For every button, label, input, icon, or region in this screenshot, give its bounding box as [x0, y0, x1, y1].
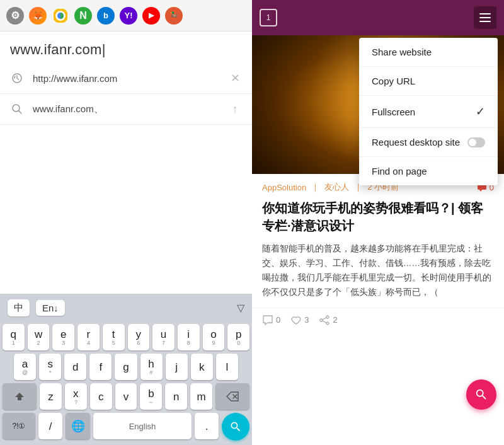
article-author: 友心人 — [324, 182, 349, 193]
key-b[interactable]: b～ — [140, 383, 162, 410]
url-input[interactable]: www.ifanr.com — [10, 42, 242, 58]
chrome-icon[interactable] — [52, 7, 69, 25]
key-d[interactable]: d — [64, 354, 86, 380]
key-x[interactable]: x？ — [65, 383, 87, 410]
key-v[interactable]: v — [115, 383, 137, 410]
key-j[interactable]: j — [166, 354, 188, 380]
left-panel: ⚙ 🦊 N b Y! ▶ 🦆 www.ifanr.com http://www.… — [0, 0, 252, 445]
menu-button[interactable] — [474, 6, 496, 29]
suggestions-list: http://www.ifanr.com ✕ www.ifanr.com、 ↑ — [0, 63, 252, 125]
num-key[interactable]: ?!① — [3, 413, 35, 439]
period-key[interactable]: . — [195, 413, 219, 439]
key-i[interactable]: i8 — [178, 324, 200, 350]
keyboard-collapse-btn[interactable]: ▽ — [237, 302, 244, 314]
key-w[interactable]: w2 — [28, 324, 50, 350]
tab-count-indicator[interactable]: 1 — [260, 9, 277, 26]
shift-key[interactable] — [3, 383, 37, 410]
browser-header: 1 — [252, 0, 504, 35]
svg-line-12 — [323, 321, 326, 323]
key-k[interactable]: k — [191, 354, 213, 380]
backspace-key[interactable] — [215, 383, 249, 410]
search-key[interactable] — [222, 413, 249, 441]
suggestion-text-search: www.ifanr.com、 — [33, 103, 228, 115]
context-menu-find-on-page[interactable]: Find on page — [359, 157, 498, 185]
svg-point-9 — [320, 319, 323, 321]
svg-line-4 — [19, 111, 22, 114]
context-menu-fullscreen[interactable]: Fullscreen ✓ — [359, 96, 498, 128]
yahoo-icon[interactable]: Y! — [120, 7, 137, 25]
suggestion-clear-search[interactable]: ↑ — [228, 102, 242, 116]
context-menu-share[interactable]: Share website — [359, 38, 498, 67]
key-u[interactable]: u7 — [152, 324, 175, 350]
context-menu-copy-url[interactable]: Copy URL — [359, 67, 498, 96]
svg-point-8 — [326, 316, 329, 318]
history-icon — [10, 71, 24, 85]
context-menu-share-label: Share website — [372, 47, 432, 57]
fullscreen-check-icon: ✓ — [476, 105, 485, 118]
svg-point-10 — [326, 322, 329, 325]
keyboard-top-bar: 中 En↓ ▽ — [0, 294, 252, 321]
footer-share-btn[interactable]: 2 — [319, 315, 337, 326]
article-separator-1: ｜ — [311, 182, 319, 193]
key-h[interactable]: h# — [140, 354, 163, 380]
globe-key[interactable]: 🌐 — [66, 413, 90, 439]
keyboard-area: 中 En↓ ▽ q1 w2 e3 r4 t5 y6 u7 i8 o9 p0 a@ — [0, 294, 252, 445]
key-m[interactable]: m — [190, 383, 212, 410]
context-menu-desktop-label: Request desktop site — [372, 137, 460, 147]
key-row-3: z x？ c v b～ n m — [3, 383, 249, 410]
key-t[interactable]: t5 — [103, 324, 125, 350]
footer-comment-count: 0 — [276, 315, 280, 325]
suggestion-item-search[interactable]: www.ifanr.com、 ↑ — [0, 94, 252, 125]
n-icon[interactable]: N — [74, 7, 92, 25]
firefox-icon[interactable]: 🦊 — [29, 7, 47, 25]
context-menu-find-label: Find on page — [372, 166, 427, 176]
bing-icon[interactable]: b — [97, 7, 115, 25]
key-rows: q1 w2 e3 r4 t5 y6 u7 i8 o9 p0 a@ s* d f … — [0, 321, 252, 445]
suggestion-item-history[interactable]: http://www.ifanr.com ✕ — [0, 63, 252, 94]
footer-like-count: 3 — [304, 315, 309, 325]
suggestion-text-history: http://www.ifanr.com — [33, 73, 228, 84]
key-row-4: ?!① / 🌐 English . — [3, 413, 249, 441]
key-a[interactable]: a@ — [14, 354, 36, 380]
key-p[interactable]: p0 — [227, 324, 249, 350]
article-body: 随着智能手机的普及，越来越多功能将在手机里完成：社交、娱乐、学习、工作、付款、借… — [262, 242, 494, 300]
context-menu-desktop-site[interactable]: Request desktop site — [359, 128, 498, 157]
footer-comment-btn[interactable]: 0 — [262, 315, 280, 326]
settings-icon[interactable]: ⚙ — [6, 7, 24, 25]
search-icon — [10, 102, 24, 116]
article-area: AppSolution ｜ 友心人 ｜ 2 小时前 0 你知道你玩手机的姿势很难… — [252, 174, 504, 308]
key-g[interactable]: g — [115, 354, 137, 380]
footer-share-count: 2 — [333, 315, 337, 325]
key-z[interactable]: z — [40, 383, 62, 410]
key-o[interactable]: o9 — [203, 324, 225, 350]
footer-like-btn[interactable]: 3 — [290, 315, 309, 326]
key-f[interactable]: f — [89, 354, 112, 380]
slash-key[interactable]: / — [38, 413, 62, 439]
youtube-icon[interactable]: ▶ — [142, 7, 160, 25]
context-menu-copy-url-label: Copy URL — [372, 76, 415, 86]
browser-toolbar: ⚙ 🦊 N b Y! ▶ 🦆 — [0, 0, 252, 32]
key-s[interactable]: s* — [39, 354, 61, 380]
key-r[interactable]: r4 — [77, 324, 100, 350]
suggestion-clear-history[interactable]: ✕ — [228, 71, 242, 85]
context-menu-fullscreen-label: Fullscreen — [372, 107, 415, 117]
duckduckgo-icon[interactable]: 🦆 — [165, 7, 183, 25]
key-l[interactable]: l — [216, 354, 238, 380]
hamburger-line-1 — [479, 13, 491, 14]
key-n[interactable]: n — [165, 383, 187, 410]
search-fab-button[interactable] — [466, 379, 496, 410]
key-q[interactable]: q1 — [3, 324, 25, 350]
hamburger-line-3 — [479, 21, 491, 22]
svg-line-11 — [323, 318, 326, 320]
keyboard-lang-en[interactable]: En↓ — [36, 300, 65, 316]
url-bar-area: www.ifanr.com — [0, 32, 252, 63]
space-key[interactable]: English — [93, 413, 192, 439]
keyboard-lang-cn[interactable]: 中 — [8, 299, 30, 316]
key-row-1: q1 w2 e3 r4 t5 y6 u7 i8 o9 p0 — [3, 324, 249, 350]
key-e[interactable]: e3 — [52, 324, 74, 350]
desktop-site-toggle[interactable] — [467, 137, 485, 147]
key-row-2: a@ s* d f g h# j k l — [3, 354, 249, 380]
key-c[interactable]: c — [90, 383, 112, 410]
hamburger-line-2 — [479, 17, 491, 18]
key-y[interactable]: y6 — [128, 324, 150, 350]
